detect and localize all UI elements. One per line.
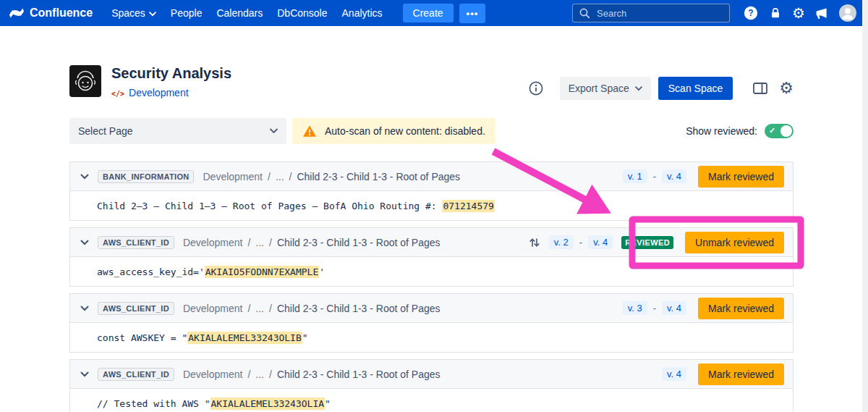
finding-header: BANK_INFORMATION Development / ... / Chi…: [70, 162, 793, 191]
breadcrumb-space[interactable]: Development: [183, 303, 243, 314]
version-from-chip[interactable]: v. 3: [623, 301, 647, 315]
version-from-chip[interactable]: v. 1: [623, 169, 647, 183]
lock-icon[interactable]: [768, 6, 783, 21]
secret-highlight: 071214579: [442, 200, 494, 212]
export-space-label: Export Space: [569, 83, 629, 94]
breadcrumb-ellipsis[interactable]: ...: [255, 237, 264, 248]
confluence-logo-icon: [9, 5, 25, 21]
breadcrumb-space[interactable]: Development: [183, 369, 243, 380]
chevron-down-icon[interactable]: [80, 174, 89, 180]
export-space-button[interactable]: Export Space: [560, 77, 651, 100]
brand-name: Confluence: [30, 7, 93, 20]
secret-highlight: AKIAIO5FODNN7EXAMPLE: [205, 266, 320, 278]
breadcrumb-separator: /: [247, 303, 250, 314]
finding-header: AWS_CLIENT_ID Development / ... / Child …: [70, 294, 793, 323]
mark-reviewed-button[interactable]: Mark reviewed: [698, 166, 784, 188]
unmark-reviewed-button[interactable]: Unmark reviewed: [685, 232, 784, 253]
nav-item-label: DbConsole: [277, 7, 327, 19]
avatar[interactable]: [839, 4, 856, 22]
top-nav: Confluence Spaces People Calendars DbCon…: [0, 0, 868, 26]
finding-type-badge: AWS_CLIENT_ID: [98, 368, 174, 381]
version-to-chip[interactable]: v. 4: [662, 169, 686, 183]
breadcrumb: Development / ... / Child 2-3 - Child 1-…: [183, 369, 441, 380]
finding-card: AWS_CLIENT_ID Development / ... / Child …: [69, 359, 793, 412]
search-input[interactable]: [595, 7, 723, 20]
header-actions: Export Space Scan Space ⚙: [528, 77, 793, 100]
help-icon[interactable]: ?: [743, 5, 759, 21]
mark-reviewed-button[interactable]: Mark reviewed: [698, 298, 784, 319]
megaphone-icon[interactable]: [814, 6, 830, 21]
nav-icon-group: ? ⚙: [743, 4, 856, 22]
panels-icon[interactable]: [752, 80, 769, 97]
code-text: ': [319, 266, 325, 277]
chevron-down-icon[interactable]: [80, 306, 89, 311]
version-from-chip[interactable]: v. 2: [549, 235, 574, 249]
select-page-dropdown[interactable]: Select Page: [69, 118, 286, 144]
mark-reviewed-button[interactable]: Mark reviewed: [698, 363, 784, 385]
chevron-down-icon[interactable]: [80, 240, 89, 245]
breadcrumb-ellipsis[interactable]: ...: [255, 303, 264, 314]
more-button[interactable]: •••: [459, 4, 486, 23]
breadcrumb-page[interactable]: Child 2-3 - Child 1-3 - Root of Pages: [277, 369, 441, 380]
breadcrumb-separator: /: [289, 171, 292, 182]
breadcrumb-space[interactable]: Development: [183, 237, 243, 248]
settings-gear-icon[interactable]: ⚙: [779, 80, 793, 96]
nav-item-analytics[interactable]: Analytics: [335, 0, 390, 26]
finding-content: Child 2–3 – Child 1–3 – Root of Pages – …: [70, 191, 793, 220]
scan-space-button[interactable]: Scan Space: [658, 77, 733, 100]
version-to-chip[interactable]: v. 4: [662, 301, 686, 315]
finding-type-badge: AWS_CLIENT_ID: [98, 236, 174, 249]
code-text: const AWSKEY = ": [97, 332, 187, 343]
create-button[interactable]: Create: [403, 4, 454, 22]
nav-item-spaces[interactable]: Spaces: [104, 0, 163, 26]
secret-highlight: AKIALALEMEL33243OLIA: [210, 398, 326, 410]
breadcrumb-page[interactable]: Child 2-3 - Child 1-3 - Root of Pages: [297, 171, 460, 182]
finding-actions: v. 3 - v. 4 Mark reviewed: [623, 298, 784, 319]
page-header: Security Analysis Development Export Spa…: [69, 65, 793, 99]
space-avatar[interactable]: [69, 65, 101, 97]
nav-item-label: Calendars: [216, 7, 263, 19]
breadcrumb-page[interactable]: Child 2-3 - Child 1-3 - Root of Pages: [277, 303, 441, 314]
version-dash: -: [653, 171, 656, 182]
show-reviewed-label: Show reviewed:: [686, 125, 757, 137]
finding-card: BANK_INFORMATION Development / ... / Chi…: [69, 161, 793, 221]
finding-type-badge: BANK_INFORMATION: [98, 170, 194, 183]
nav-item-calendars[interactable]: Calendars: [209, 0, 270, 26]
toolbar: Select Page Auto-scan of new content: di…: [69, 118, 793, 144]
chevron-down-icon: [635, 86, 642, 91]
scrollbar-track[interactable]: [862, 0, 868, 412]
space-link[interactable]: Development: [129, 87, 189, 98]
breadcrumb-separator: /: [269, 303, 272, 314]
warning-text: Auto-scan of new content: disabled.: [325, 125, 485, 137]
breadcrumb-ellipsis[interactable]: ...: [276, 171, 284, 182]
breadcrumb-separator: /: [268, 171, 271, 182]
confluence-logo[interactable]: Confluence: [9, 5, 93, 21]
version-to-chip[interactable]: v. 4: [662, 367, 686, 381]
search-box[interactable]: [572, 4, 730, 22]
confluence-app: Confluence Spaces People Calendars DbCon…: [0, 0, 868, 412]
breadcrumb: Development / ... / Child 2-3 - Child 1-…: [183, 303, 441, 314]
nav-item-label: Spaces: [111, 7, 145, 19]
secret-highlight: AKIALALEMEL33243OLIB: [187, 332, 302, 344]
select-page-value: Select Page: [78, 125, 133, 137]
version-to-chip[interactable]: v. 4: [588, 235, 613, 249]
breadcrumb-page[interactable]: Child 2-3 - Child 1-3 - Root of Pages: [277, 237, 441, 248]
nav-item-label: Analytics: [342, 7, 383, 19]
finding-content: aws_access_key_id='AKIAIO5FODNN7EXAMPLE': [70, 257, 793, 286]
breadcrumb-space[interactable]: Development: [203, 171, 263, 182]
nav-item-dbconsole[interactable]: DbConsole: [270, 0, 334, 26]
findings-list: BANK_INFORMATION Development / ... / Chi…: [69, 161, 793, 412]
gear-icon[interactable]: ⚙: [792, 6, 805, 20]
code-text: ": [325, 398, 331, 409]
diff-compare-icon[interactable]: [528, 236, 541, 249]
chevron-down-icon[interactable]: [80, 371, 89, 377]
nav-item-people[interactable]: People: [163, 0, 210, 26]
breadcrumb-separator: /: [269, 369, 272, 380]
show-reviewed-control: Show reviewed: ✓: [686, 124, 793, 138]
breadcrumb-ellipsis[interactable]: ...: [255, 369, 264, 380]
warning-icon: [302, 125, 317, 138]
finding-actions: v. 1 - v. 4 Mark reviewed: [623, 166, 784, 188]
autoscan-warning-banner: Auto-scan of new content: disabled.: [292, 118, 495, 144]
show-reviewed-toggle[interactable]: ✓: [765, 124, 793, 138]
info-icon[interactable]: [528, 80, 544, 96]
